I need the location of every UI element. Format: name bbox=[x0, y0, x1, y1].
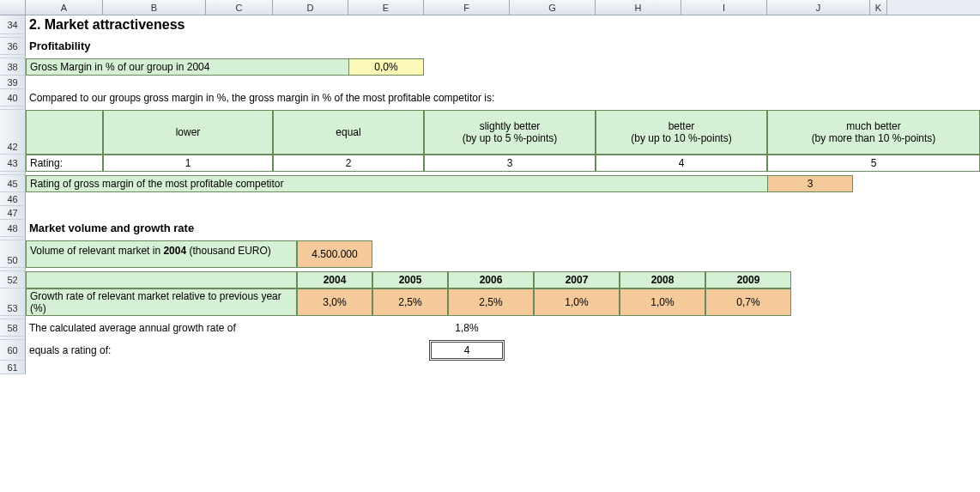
growth-2005[interactable]: 2,5% bbox=[372, 289, 448, 316]
scale-header-2[interactable]: equal bbox=[273, 110, 424, 155]
row-header-52[interactable]: 52 bbox=[0, 271, 26, 289]
col-header-G[interactable]: G bbox=[510, 0, 596, 15]
col-header-A[interactable]: A bbox=[26, 0, 103, 15]
row-header-46[interactable]: 46 bbox=[0, 192, 26, 206]
year-2008[interactable]: 2008 bbox=[620, 271, 705, 289]
year-2006[interactable]: 2006 bbox=[448, 271, 534, 289]
growth-header-blank bbox=[26, 271, 297, 289]
col-header-E[interactable]: E bbox=[348, 0, 424, 15]
scale-header-4[interactable]: better (by up to 10 %-points) bbox=[596, 110, 767, 155]
growth-row-label: Growth rate of relevant market relative … bbox=[26, 289, 297, 316]
avg-growth-value[interactable]: 1,8% bbox=[424, 319, 510, 337]
col-header-C[interactable]: C bbox=[206, 0, 273, 15]
scale-header-1[interactable]: lower bbox=[103, 110, 273, 155]
col-header-H[interactable]: H bbox=[596, 0, 681, 15]
growth-2008[interactable]: 1,0% bbox=[620, 289, 705, 316]
row-header-38[interactable]: 38 bbox=[0, 58, 26, 76]
row-header-45[interactable]: 45 bbox=[0, 175, 26, 192]
growth-2007[interactable]: 1,0% bbox=[534, 289, 620, 316]
row-header-48[interactable]: 48 bbox=[0, 220, 26, 237]
rating-3[interactable]: 3 bbox=[424, 155, 596, 172]
row-header-36[interactable]: 36 bbox=[0, 38, 26, 55]
growth-2009[interactable]: 0,7% bbox=[705, 289, 791, 316]
avg-growth-label: The calculated average annual growth rat… bbox=[26, 319, 343, 337]
ratings-label: Rating: bbox=[26, 155, 103, 172]
profitability-heading: Profitability bbox=[26, 38, 94, 55]
col-header-D[interactable]: D bbox=[273, 0, 348, 15]
row-header-58[interactable]: 58 bbox=[0, 319, 26, 337]
competitor-rating-label: Rating of gross margin of the most profi… bbox=[26, 175, 767, 192]
year-2007[interactable]: 2007 bbox=[534, 271, 620, 289]
row-header-60[interactable]: 60 bbox=[0, 340, 26, 361]
row-header-42[interactable]: 42 bbox=[0, 110, 26, 155]
equals-rating-value[interactable]: 4 bbox=[429, 340, 505, 361]
competitor-rating-value[interactable]: 3 bbox=[767, 175, 853, 192]
growth-2006[interactable]: 2,5% bbox=[448, 289, 534, 316]
rating-1[interactable]: 1 bbox=[103, 155, 273, 172]
row-header-34[interactable]: 34 bbox=[0, 15, 26, 34]
volume-label-pre: Volume of relevant market in bbox=[30, 245, 163, 257]
col-header-B[interactable]: B bbox=[103, 0, 206, 15]
market-volume-heading: Market volume and growth rate bbox=[26, 220, 197, 237]
volume-label-post: (thousand EURO) bbox=[186, 245, 271, 257]
row-header-43[interactable]: 43 bbox=[0, 155, 26, 172]
section-title: 2. Market attractiveness bbox=[26, 15, 188, 34]
scale-header-3[interactable]: slightly better (by up to 5 %-points) bbox=[424, 110, 596, 155]
row-header-53[interactable]: 53 bbox=[0, 289, 26, 316]
column-headers: A B C D E F G H I J K bbox=[0, 0, 980, 15]
rating-4[interactable]: 4 bbox=[596, 155, 767, 172]
scale-header-5[interactable]: much better (by more than 10 %-points) bbox=[767, 110, 980, 155]
rating-5[interactable]: 5 bbox=[767, 155, 980, 172]
equals-rating-label: equals a rating of: bbox=[26, 343, 343, 358]
col-header-I[interactable]: I bbox=[681, 0, 767, 15]
row-header-47[interactable]: 47 bbox=[0, 206, 26, 220]
volume-label-cell[interactable]: Volume of relevant market in 2004 (thous… bbox=[26, 240, 297, 268]
year-2005[interactable]: 2005 bbox=[372, 271, 448, 289]
gross-margin-label-cell[interactable]: Gross Margin in % of our group in 2004 bbox=[26, 58, 348, 76]
growth-2004[interactable]: 3,0% bbox=[297, 289, 372, 316]
row-header-40[interactable]: 40 bbox=[0, 89, 26, 106]
rating-2[interactable]: 2 bbox=[273, 155, 424, 172]
row-header-39[interactable]: 39 bbox=[0, 76, 26, 89]
volume-value-cell[interactable]: 4.500.000 bbox=[297, 240, 372, 268]
col-header-K[interactable]: K bbox=[870, 0, 887, 15]
row-header-61[interactable]: 61 bbox=[0, 361, 26, 374]
year-2009[interactable]: 2009 bbox=[705, 271, 791, 289]
col-header-F[interactable]: F bbox=[424, 0, 510, 15]
col-header-J[interactable]: J bbox=[767, 0, 870, 15]
gross-margin-value-cell[interactable]: 0,0% bbox=[348, 58, 424, 76]
volume-label-year: 2004 bbox=[163, 245, 186, 257]
year-2004[interactable]: 2004 bbox=[297, 271, 372, 289]
comparison-text: Compared to our groups gross margin in %… bbox=[26, 89, 498, 106]
row-header-50[interactable]: 50 bbox=[0, 240, 26, 268]
